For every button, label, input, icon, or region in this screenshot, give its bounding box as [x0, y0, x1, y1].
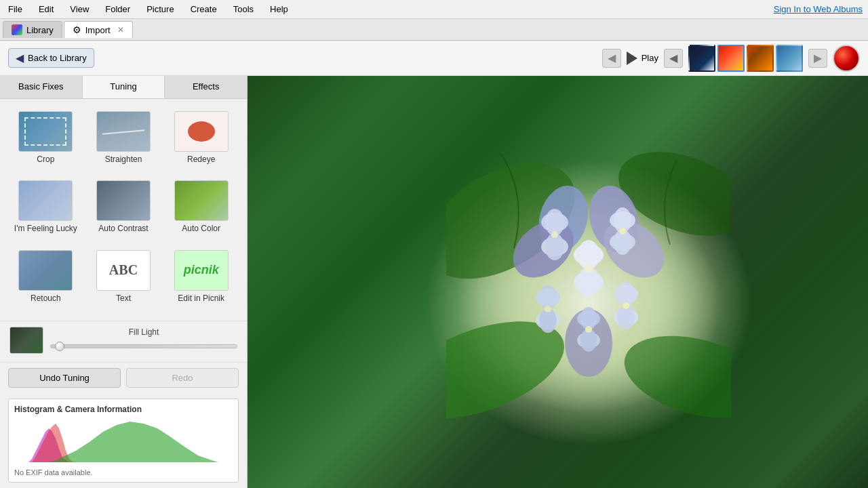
redeye-preview-icon[interactable] [833, 45, 860, 72]
svg-point-28 [545, 306, 551, 312]
tab-library[interactable]: Library [3, 21, 62, 38]
menu-tools[interactable]: Tools [231, 3, 256, 16]
tools-grid: Crop Straighten Redeye I'm Feeling Lucky [0, 99, 247, 321]
histogram-svg [14, 418, 233, 462]
redo-button[interactable]: Redo [126, 368, 239, 388]
straighten-thumbnail [96, 111, 151, 152]
histogram-section: Histogram & Camera Information No EXIF d… [8, 399, 239, 483]
svg-point-17 [610, 211, 635, 229]
main-layout: Basic Fixes Tuning Effects Crop Straight… [0, 76, 868, 488]
redeye-inner [188, 121, 215, 142]
auto-contrast-tool[interactable]: Auto Contrast [85, 175, 163, 244]
thumbnail-2[interactable] [717, 45, 745, 72]
histogram-title: Histogram & Camera Information [14, 405, 233, 414]
menubar: File Edit View Folder Picture Create Too… [0, 0, 868, 19]
fill-light-slider[interactable] [50, 340, 237, 353]
text-label: Text [116, 293, 131, 303]
picnik-logo: picnik [184, 263, 219, 277]
svg-point-27 [536, 289, 560, 306]
svg-point-32 [614, 285, 638, 303]
rewind-button[interactable]: ◀ [664, 49, 683, 68]
tab-library-label: Library [26, 25, 54, 35]
menu-folder[interactable]: Folder [102, 3, 133, 16]
fill-light-section: Fill Light [0, 321, 247, 362]
retouch-thumbnail [18, 250, 73, 291]
picnik-tool[interactable]: picnik Edit in Picnik [162, 245, 240, 314]
menu-edit[interactable]: Edit [36, 3, 56, 16]
playback-controls: ◀ Play ◀ ▶ [602, 45, 860, 72]
play-button[interactable]: Play [627, 52, 658, 65]
text-tool[interactable]: ABC Text [85, 245, 163, 314]
import-icon: ⚙ [73, 24, 81, 35]
tab-effects[interactable]: Effects [165, 76, 247, 98]
tab-basic-fixes[interactable]: Basic Fixes [0, 76, 83, 98]
menu-items: File Edit View Folder Picture Create Too… [5, 3, 291, 16]
redeye-label: Redeye [187, 155, 215, 164]
text-thumbnail: ABC [96, 250, 151, 291]
histogram-note: No EXIF data available. [14, 468, 233, 476]
color-thumbnail [174, 180, 229, 221]
tabbar: Library ⚙ Import ✕ [0, 19, 868, 41]
straighten-label: Straighten [105, 155, 142, 164]
svg-point-22 [574, 244, 604, 266]
retouch-tool[interactable]: Retouch [7, 245, 85, 314]
crop-tool[interactable]: Crop [7, 106, 85, 175]
menu-picture[interactable]: Picture [144, 3, 176, 16]
edit-tabs: Basic Fixes Tuning Effects [0, 76, 247, 99]
thumbnail-3[interactable] [747, 45, 774, 72]
sign-in-link[interactable]: Sign In to Web Albums [774, 4, 863, 14]
back-arrow-icon: ◀ [16, 52, 24, 64]
auto-color-tool[interactable]: Auto Color [162, 175, 240, 244]
play-label: Play [642, 53, 658, 63]
redeye-tool[interactable]: Redeye [162, 106, 240, 175]
thumbnail-1[interactable] [688, 45, 715, 72]
svg-point-33 [623, 302, 629, 309]
fill-light-thumbnail [9, 327, 43, 354]
back-button-label: Back to Library [28, 53, 87, 63]
photo-panel [248, 76, 868, 488]
menu-view[interactable]: View [67, 3, 92, 16]
lucky-label: I'm Feeling Lucky [14, 224, 77, 233]
svg-point-18 [619, 228, 626, 235]
color-label: Auto Color [182, 224, 220, 233]
lucky-tool[interactable]: I'm Feeling Lucky [7, 175, 85, 244]
menu-help[interactable]: Help [267, 3, 291, 16]
forward-button[interactable]: ▶ [808, 49, 827, 68]
redeye-thumbnail [174, 111, 229, 152]
back-to-library-button[interactable]: ◀ Back to Library [8, 48, 94, 68]
fill-light-label: Fill Light [50, 327, 237, 337]
tab-tuning[interactable]: Tuning [83, 76, 165, 98]
play-icon [627, 52, 637, 65]
thumbnail-4[interactable] [776, 45, 803, 72]
main-photo [248, 76, 868, 488]
straighten-tool[interactable]: Straighten [85, 106, 163, 175]
svg-point-38 [585, 326, 592, 333]
library-icon [12, 24, 22, 35]
fill-light-controls: Fill Light [50, 327, 237, 353]
svg-point-23 [585, 264, 593, 272]
picnik-label: Edit in Picnik [178, 293, 224, 303]
retouch-label: Retouch [31, 293, 61, 303]
prev-nav-button[interactable]: ◀ [602, 49, 621, 68]
svg-point-13 [551, 231, 558, 238]
contrast-label: Auto Contrast [98, 224, 148, 233]
flower-svg [446, 140, 731, 424]
slider-handle[interactable] [55, 342, 64, 351]
left-panel: Basic Fixes Tuning Effects Crop Straight… [0, 76, 248, 488]
svg-point-37 [577, 310, 600, 327]
tab-import[interactable]: ⚙ Import ✕ [64, 21, 133, 38]
svg-point-12 [541, 213, 568, 232]
thumbnail-strip [688, 45, 803, 72]
contrast-thumbnail [96, 180, 151, 221]
menu-create[interactable]: Create [188, 3, 220, 16]
menu-file[interactable]: File [5, 3, 25, 16]
histogram-chart [14, 418, 233, 466]
lucky-thumbnail [18, 180, 73, 221]
undo-redo-section: Undo Tuning Redo [0, 362, 247, 393]
tab-close-icon[interactable]: ✕ [117, 25, 124, 35]
crop-thumbnail [18, 111, 73, 152]
undo-button[interactable]: Undo Tuning [8, 368, 121, 388]
picnik-thumbnail: picnik [174, 250, 229, 291]
svg-point-3 [616, 321, 731, 424]
crop-label: Crop [37, 155, 54, 164]
